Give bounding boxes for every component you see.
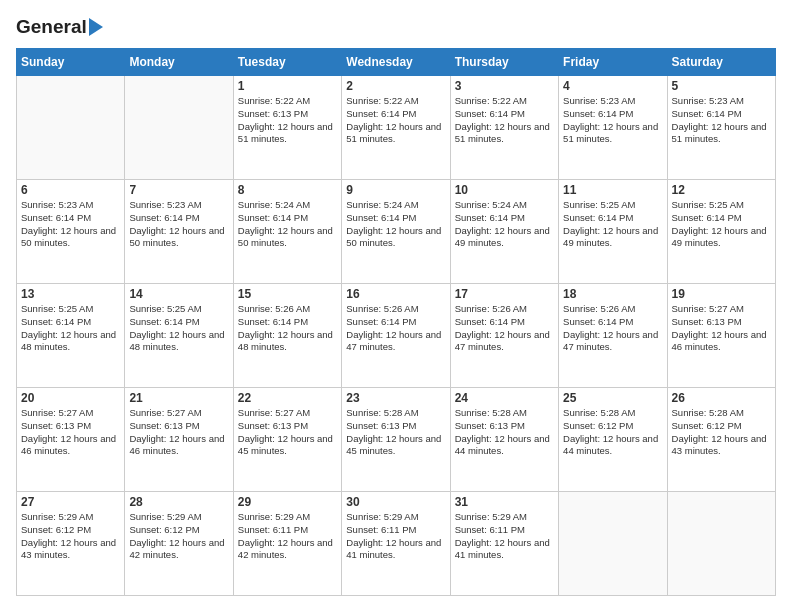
logo-general: General bbox=[16, 16, 87, 38]
day-info: Sunrise: 5:23 AM Sunset: 6:14 PM Dayligh… bbox=[563, 95, 662, 146]
day-info: Sunrise: 5:27 AM Sunset: 6:13 PM Dayligh… bbox=[21, 407, 120, 458]
day-info: Sunrise: 5:25 AM Sunset: 6:14 PM Dayligh… bbox=[21, 303, 120, 354]
day-number: 14 bbox=[129, 287, 228, 301]
calendar-cell bbox=[667, 492, 775, 596]
calendar-cell: 25Sunrise: 5:28 AM Sunset: 6:12 PM Dayli… bbox=[559, 388, 667, 492]
day-number: 28 bbox=[129, 495, 228, 509]
day-number: 17 bbox=[455, 287, 554, 301]
calendar-table: SundayMondayTuesdayWednesdayThursdayFrid… bbox=[16, 48, 776, 596]
day-number: 15 bbox=[238, 287, 337, 301]
day-number: 26 bbox=[672, 391, 771, 405]
calendar-cell bbox=[17, 76, 125, 180]
calendar-cell: 11Sunrise: 5:25 AM Sunset: 6:14 PM Dayli… bbox=[559, 180, 667, 284]
calendar-week-2: 13Sunrise: 5:25 AM Sunset: 6:14 PM Dayli… bbox=[17, 284, 776, 388]
calendar-header-saturday: Saturday bbox=[667, 49, 775, 76]
day-number: 2 bbox=[346, 79, 445, 93]
calendar-header-tuesday: Tuesday bbox=[233, 49, 341, 76]
calendar-cell: 3Sunrise: 5:22 AM Sunset: 6:14 PM Daylig… bbox=[450, 76, 558, 180]
calendar-cell: 2Sunrise: 5:22 AM Sunset: 6:14 PM Daylig… bbox=[342, 76, 450, 180]
calendar-cell: 29Sunrise: 5:29 AM Sunset: 6:11 PM Dayli… bbox=[233, 492, 341, 596]
calendar-cell: 8Sunrise: 5:24 AM Sunset: 6:14 PM Daylig… bbox=[233, 180, 341, 284]
day-number: 22 bbox=[238, 391, 337, 405]
calendar-cell: 7Sunrise: 5:23 AM Sunset: 6:14 PM Daylig… bbox=[125, 180, 233, 284]
day-info: Sunrise: 5:23 AM Sunset: 6:14 PM Dayligh… bbox=[129, 199, 228, 250]
day-info: Sunrise: 5:27 AM Sunset: 6:13 PM Dayligh… bbox=[129, 407, 228, 458]
calendar-cell: 14Sunrise: 5:25 AM Sunset: 6:14 PM Dayli… bbox=[125, 284, 233, 388]
calendar-cell: 9Sunrise: 5:24 AM Sunset: 6:14 PM Daylig… bbox=[342, 180, 450, 284]
calendar-cell bbox=[559, 492, 667, 596]
calendar-cell: 18Sunrise: 5:26 AM Sunset: 6:14 PM Dayli… bbox=[559, 284, 667, 388]
calendar-cell: 15Sunrise: 5:26 AM Sunset: 6:14 PM Dayli… bbox=[233, 284, 341, 388]
day-number: 6 bbox=[21, 183, 120, 197]
day-number: 25 bbox=[563, 391, 662, 405]
day-number: 1 bbox=[238, 79, 337, 93]
calendar-cell: 5Sunrise: 5:23 AM Sunset: 6:14 PM Daylig… bbox=[667, 76, 775, 180]
day-number: 30 bbox=[346, 495, 445, 509]
day-info: Sunrise: 5:25 AM Sunset: 6:14 PM Dayligh… bbox=[129, 303, 228, 354]
day-number: 16 bbox=[346, 287, 445, 301]
calendar-cell: 6Sunrise: 5:23 AM Sunset: 6:14 PM Daylig… bbox=[17, 180, 125, 284]
calendar-week-3: 20Sunrise: 5:27 AM Sunset: 6:13 PM Dayli… bbox=[17, 388, 776, 492]
calendar-header-sunday: Sunday bbox=[17, 49, 125, 76]
calendar-cell: 10Sunrise: 5:24 AM Sunset: 6:14 PM Dayli… bbox=[450, 180, 558, 284]
day-number: 7 bbox=[129, 183, 228, 197]
day-info: Sunrise: 5:28 AM Sunset: 6:12 PM Dayligh… bbox=[672, 407, 771, 458]
calendar-header-wednesday: Wednesday bbox=[342, 49, 450, 76]
day-info: Sunrise: 5:24 AM Sunset: 6:14 PM Dayligh… bbox=[238, 199, 337, 250]
day-info: Sunrise: 5:22 AM Sunset: 6:13 PM Dayligh… bbox=[238, 95, 337, 146]
day-number: 11 bbox=[563, 183, 662, 197]
day-number: 9 bbox=[346, 183, 445, 197]
calendar-cell: 26Sunrise: 5:28 AM Sunset: 6:12 PM Dayli… bbox=[667, 388, 775, 492]
day-info: Sunrise: 5:27 AM Sunset: 6:13 PM Dayligh… bbox=[672, 303, 771, 354]
day-info: Sunrise: 5:29 AM Sunset: 6:11 PM Dayligh… bbox=[455, 511, 554, 562]
day-number: 4 bbox=[563, 79, 662, 93]
calendar-cell: 12Sunrise: 5:25 AM Sunset: 6:14 PM Dayli… bbox=[667, 180, 775, 284]
day-number: 20 bbox=[21, 391, 120, 405]
calendar-cell: 22Sunrise: 5:27 AM Sunset: 6:13 PM Dayli… bbox=[233, 388, 341, 492]
day-number: 10 bbox=[455, 183, 554, 197]
calendar-cell: 17Sunrise: 5:26 AM Sunset: 6:14 PM Dayli… bbox=[450, 284, 558, 388]
calendar-header-thursday: Thursday bbox=[450, 49, 558, 76]
day-number: 24 bbox=[455, 391, 554, 405]
calendar-week-0: 1Sunrise: 5:22 AM Sunset: 6:13 PM Daylig… bbox=[17, 76, 776, 180]
day-info: Sunrise: 5:29 AM Sunset: 6:11 PM Dayligh… bbox=[238, 511, 337, 562]
calendar-cell: 13Sunrise: 5:25 AM Sunset: 6:14 PM Dayli… bbox=[17, 284, 125, 388]
calendar-header-row: SundayMondayTuesdayWednesdayThursdayFrid… bbox=[17, 49, 776, 76]
day-number: 8 bbox=[238, 183, 337, 197]
day-number: 29 bbox=[238, 495, 337, 509]
calendar-cell: 27Sunrise: 5:29 AM Sunset: 6:12 PM Dayli… bbox=[17, 492, 125, 596]
day-info: Sunrise: 5:29 AM Sunset: 6:12 PM Dayligh… bbox=[21, 511, 120, 562]
day-info: Sunrise: 5:29 AM Sunset: 6:11 PM Dayligh… bbox=[346, 511, 445, 562]
day-info: Sunrise: 5:24 AM Sunset: 6:14 PM Dayligh… bbox=[455, 199, 554, 250]
calendar-header-friday: Friday bbox=[559, 49, 667, 76]
logo: General bbox=[16, 16, 103, 38]
calendar-cell: 16Sunrise: 5:26 AM Sunset: 6:14 PM Dayli… bbox=[342, 284, 450, 388]
calendar-cell: 23Sunrise: 5:28 AM Sunset: 6:13 PM Dayli… bbox=[342, 388, 450, 492]
calendar-cell: 19Sunrise: 5:27 AM Sunset: 6:13 PM Dayli… bbox=[667, 284, 775, 388]
day-info: Sunrise: 5:23 AM Sunset: 6:14 PM Dayligh… bbox=[672, 95, 771, 146]
day-info: Sunrise: 5:23 AM Sunset: 6:14 PM Dayligh… bbox=[21, 199, 120, 250]
day-info: Sunrise: 5:26 AM Sunset: 6:14 PM Dayligh… bbox=[563, 303, 662, 354]
calendar-cell: 28Sunrise: 5:29 AM Sunset: 6:12 PM Dayli… bbox=[125, 492, 233, 596]
calendar-cell: 1Sunrise: 5:22 AM Sunset: 6:13 PM Daylig… bbox=[233, 76, 341, 180]
day-info: Sunrise: 5:28 AM Sunset: 6:13 PM Dayligh… bbox=[455, 407, 554, 458]
day-info: Sunrise: 5:26 AM Sunset: 6:14 PM Dayligh… bbox=[238, 303, 337, 354]
day-info: Sunrise: 5:25 AM Sunset: 6:14 PM Dayligh… bbox=[563, 199, 662, 250]
day-info: Sunrise: 5:26 AM Sunset: 6:14 PM Dayligh… bbox=[346, 303, 445, 354]
day-info: Sunrise: 5:24 AM Sunset: 6:14 PM Dayligh… bbox=[346, 199, 445, 250]
calendar-cell: 24Sunrise: 5:28 AM Sunset: 6:13 PM Dayli… bbox=[450, 388, 558, 492]
day-number: 21 bbox=[129, 391, 228, 405]
day-number: 3 bbox=[455, 79, 554, 93]
day-number: 31 bbox=[455, 495, 554, 509]
day-number: 13 bbox=[21, 287, 120, 301]
calendar-cell: 20Sunrise: 5:27 AM Sunset: 6:13 PM Dayli… bbox=[17, 388, 125, 492]
day-number: 19 bbox=[672, 287, 771, 301]
day-number: 12 bbox=[672, 183, 771, 197]
calendar-cell: 30Sunrise: 5:29 AM Sunset: 6:11 PM Dayli… bbox=[342, 492, 450, 596]
day-info: Sunrise: 5:22 AM Sunset: 6:14 PM Dayligh… bbox=[346, 95, 445, 146]
day-info: Sunrise: 5:25 AM Sunset: 6:14 PM Dayligh… bbox=[672, 199, 771, 250]
day-number: 27 bbox=[21, 495, 120, 509]
calendar-cell: 21Sunrise: 5:27 AM Sunset: 6:13 PM Dayli… bbox=[125, 388, 233, 492]
day-info: Sunrise: 5:26 AM Sunset: 6:14 PM Dayligh… bbox=[455, 303, 554, 354]
logo-arrow-icon bbox=[89, 18, 103, 36]
